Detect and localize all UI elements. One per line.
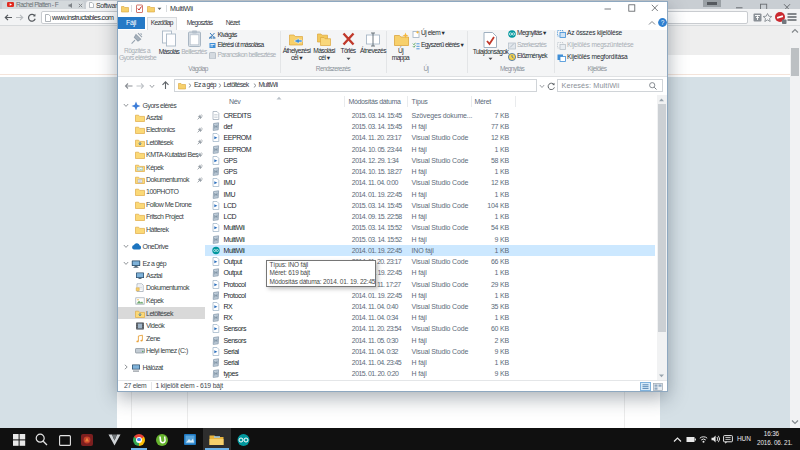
svg-text:?: ? (660, 19, 664, 26)
